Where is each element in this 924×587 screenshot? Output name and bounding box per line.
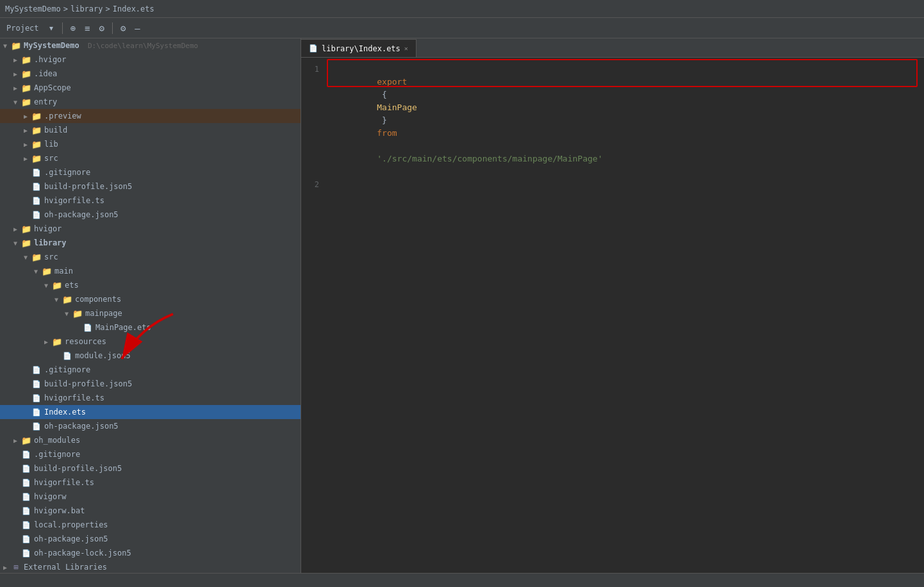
tree-label-ohpackage3: oh-package.json5: [32, 534, 108, 543]
editor-area: 📄 library\Index.ets ✕ 1 export { MainPag…: [301, 38, 924, 573]
tree-label-src2: src: [42, 252, 58, 261]
tree-label-ets: ets: [63, 281, 79, 290]
tab-label: library\Index.ets: [322, 44, 400, 53]
list-icon[interactable]: ≡: [82, 22, 92, 35]
tree-item-lib[interactable]: ▶ 📁 lib: [0, 137, 301, 151]
tree-item-extlibs[interactable]: ▶ ⊞ External Libraries: [0, 560, 301, 573]
identifier-mainpage: MainPage: [377, 103, 417, 112]
punct-space: [377, 141, 382, 151]
keyword-from: from: [377, 128, 397, 138]
tree-root[interactable]: ▼ 📁 MySystemDemo D:\code\learn\MySystemD…: [0, 38, 301, 53]
tree-item-entry[interactable]: ▼ 📁 entry: [0, 95, 301, 109]
tree-item-hvigorw[interactable]: ▶ 📄 hvigorw: [0, 490, 301, 504]
tree-item-hvigor2[interactable]: ▶ 📁 hvigor: [0, 222, 301, 236]
status-bar: [0, 573, 924, 587]
tab-index-ets[interactable]: 📄 library\Index.ets ✕: [301, 39, 417, 57]
toolbar: Project ▾ ⊕ ≡ ⚙ ⚙ —: [0, 18, 924, 38]
breadcrumb-sep2: >: [106, 4, 110, 13]
main-area: ▼ 📁 MySystemDemo D:\code\learn\MySystemD…: [0, 38, 924, 573]
tree-item-mainpage-file[interactable]: ▶ 📄 MainPage.ets: [0, 320, 301, 335]
tree-item-preview[interactable]: ▶ 📁 .preview: [0, 109, 301, 123]
tree-label-hvigorfile2: hvigorfile.ts: [42, 393, 104, 402]
tree-item-library[interactable]: ▼ 📁 library: [0, 236, 301, 250]
tree-item-src1[interactable]: ▶ 📁 src: [0, 151, 301, 165]
tree-label-hvigorw: hvigorw: [32, 492, 67, 501]
tree-label-main: main: [53, 267, 73, 276]
breadcrumb-sep1: >: [63, 4, 68, 13]
tree-label-mainpage-file: MainPage.ets: [94, 323, 151, 332]
keyword-export: export: [377, 77, 407, 87]
breadcrumb-file[interactable]: Index.ets: [113, 4, 154, 13]
sidebar: ▼ 📁 MySystemDemo D:\code\learn\MySystemD…: [0, 38, 301, 573]
tree-label-gitignore1: .gitignore: [42, 168, 90, 177]
tree-root-icon: 📁: [10, 41, 22, 51]
tree-item-ohpackage2[interactable]: ▶ 📄 oh-package.json5: [0, 419, 301, 433]
tree-item-localprops[interactable]: ▶ 📄 local.properties: [0, 518, 301, 532]
minus-icon[interactable]: —: [132, 22, 142, 35]
tree-item-src2[interactable]: ▼ 📁 src: [0, 250, 301, 264]
tree-label-lib: lib: [42, 140, 58, 149]
tree-item-hvigorfile1[interactable]: ▶ 📄 hvigorfile.ts: [0, 194, 301, 208]
breadcrumb-library[interactable]: library: [70, 4, 103, 13]
breadcrumb-project[interactable]: MySystemDemo: [5, 4, 61, 13]
toolbar-separator-2: [112, 22, 113, 34]
tree-label-mainpage-folder: mainpage: [83, 309, 122, 318]
line-number-1: 1: [301, 63, 327, 76]
tree-item-resources[interactable]: ▶ 📁 resources: [0, 335, 301, 349]
punct-brace-open: {: [377, 90, 392, 99]
tree-label-preview: .preview: [42, 112, 81, 120]
tree-item-gitignore1[interactable]: ▶ 📄 .gitignore: [0, 165, 301, 179]
tree-label-ohpackage2: oh-package.json5: [42, 422, 119, 431]
tree-root-arrow: ▼: [0, 42, 10, 49]
tree-label-library: library: [32, 238, 67, 247]
tree-label-gitignore3: .gitignore: [32, 450, 80, 459]
tree-item-ohmodules[interactable]: ▶ 📁 oh_modules: [0, 433, 301, 447]
globe-icon[interactable]: ⊕: [68, 22, 78, 35]
editor-content[interactable]: 1 export { MainPage } from './src/main/e…: [301, 58, 924, 573]
toolbar-separator-1: [62, 22, 63, 34]
tree-item-buildprofile2[interactable]: ▶ 📄 build-profile.json5: [0, 377, 301, 391]
tree-root-label: MySystemDemo D:\code\learn\MySystemDemo: [22, 41, 198, 50]
project-dropdown[interactable]: ▾: [45, 22, 57, 34]
tree-item-ets[interactable]: ▼ 📁 ets: [0, 278, 301, 292]
tree-label-resources: resources: [63, 337, 106, 346]
tree-item-mainpage-folder[interactable]: ▼ 📁 mainpage: [0, 306, 301, 320]
tree-item-ohpackagelock[interactable]: ▶ 📄 oh-package-lock.json5: [0, 546, 301, 560]
tab-close-button[interactable]: ✕: [404, 45, 408, 52]
tree-item-appscope[interactable]: ▶ 📁 AppScope: [0, 81, 301, 95]
tree-item-main[interactable]: ▼ 📁 main: [0, 264, 301, 278]
tree-label-buildprofile1: build-profile.json5: [42, 182, 132, 191]
tree-label-entry: entry: [32, 97, 57, 106]
tree-label-modulejson: module.json5: [73, 351, 131, 360]
tab-bar: 📄 library\Index.ets ✕: [301, 38, 924, 58]
tree-item-ohpackage3[interactable]: ▶ 📄 oh-package.json5: [0, 532, 301, 546]
tree-item-ohpackage1[interactable]: ▶ 📄 oh-package.json5: [0, 208, 301, 222]
tree-label-gitignore2: .gitignore: [42, 365, 90, 374]
tree-item-build[interactable]: ▶ 📁 build: [0, 123, 301, 137]
tree-item-hvigor[interactable]: ▶ 📁 .hvigor: [0, 53, 301, 67]
tree-item-index-ets[interactable]: ▶ 📄 Index.ets: [0, 405, 301, 419]
tree-item-components[interactable]: ▼ 📁 components: [0, 292, 301, 306]
breadcrumb-bar: MySystemDemo > library > Index.ets: [0, 0, 924, 18]
tree-label-hvigor2: hvigor: [32, 224, 62, 233]
tree-item-idea[interactable]: ▶ 📁 .idea: [0, 67, 301, 81]
tree-label-buildprofile3: build-profile.json5: [32, 464, 122, 473]
tree-item-buildprofile3[interactable]: ▶ 📄 build-profile.json5: [0, 461, 301, 475]
tree-item-hvigorfile2[interactable]: ▶ 📄 hvigorfile.ts: [0, 391, 301, 405]
gear-icon[interactable]: ⚙: [118, 22, 128, 35]
string-path: './src/main/ets/components/mainpage/Main…: [377, 154, 602, 163]
filter-icon[interactable]: ⚙: [96, 22, 106, 35]
tab-icon: 📄: [309, 44, 318, 53]
tree-item-buildprofile1[interactable]: ▶ 📄 build-profile.json5: [0, 179, 301, 194]
punct-brace-close: }: [377, 115, 392, 125]
tree-label-src1: src: [42, 154, 58, 163]
tree-item-gitignore3[interactable]: ▶ 📄 .gitignore: [0, 447, 301, 461]
tree-label-build: build: [42, 126, 67, 135]
tree-item-hvigorfile3[interactable]: ▶ 📄 hvigorfile.ts: [0, 475, 301, 490]
tree-item-gitignore2[interactable]: ▶ 📄 .gitignore: [0, 363, 301, 377]
tree-label-buildprofile2: build-profile.json5: [42, 379, 132, 388]
tree-label-ohmodules: oh_modules: [32, 436, 80, 445]
tree-item-hvigorwbat[interactable]: ▶ 📄 hvigorw.bat: [0, 504, 301, 518]
project-label: Project: [4, 22, 42, 34]
tree-item-modulejson[interactable]: ▶ 📄 module.json5: [0, 349, 301, 363]
